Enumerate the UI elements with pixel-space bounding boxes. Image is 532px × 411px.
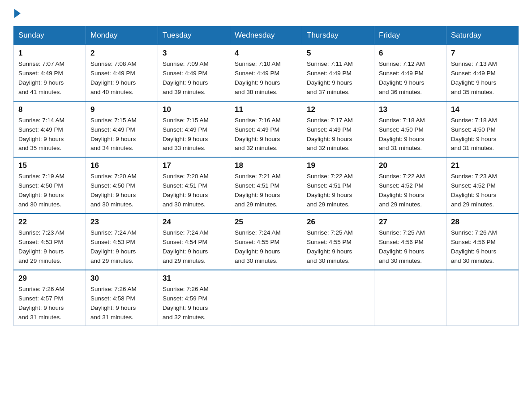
day-number: 12: [307, 105, 369, 114]
calendar-cell: 26Sunrise: 7:25 AMSunset: 4:55 PMDayligh…: [302, 214, 374, 270]
day-info: Sunrise: 7:14 AMSunset: 4:49 PMDaylight:…: [18, 116, 81, 154]
calendar-cell: 23Sunrise: 7:24 AMSunset: 4:53 PMDayligh…: [86, 214, 158, 270]
day-number: 21: [451, 161, 514, 170]
day-info: Sunrise: 7:20 AMSunset: 4:51 PMDaylight:…: [163, 172, 225, 210]
day-info: Sunrise: 7:18 AMSunset: 4:50 PMDaylight:…: [451, 116, 514, 154]
day-header-wednesday: Wednesday: [230, 26, 302, 45]
calendar-table: SundayMondayTuesdayWednesdayThursdayFrid…: [13, 26, 519, 326]
day-header-friday: Friday: [374, 26, 446, 45]
day-info: Sunrise: 7:26 AMSunset: 4:57 PMDaylight:…: [18, 285, 81, 322]
day-number: 19: [307, 161, 369, 170]
calendar-cell: 17Sunrise: 7:20 AMSunset: 4:51 PMDayligh…: [158, 157, 230, 214]
day-number: 3: [163, 49, 225, 58]
day-number: 16: [90, 161, 153, 170]
day-header-saturday: Saturday: [446, 26, 519, 45]
day-info: Sunrise: 7:24 AMSunset: 4:54 PMDaylight:…: [163, 228, 225, 266]
page-header: [13, 9, 519, 18]
calendar-cell: 15Sunrise: 7:19 AMSunset: 4:50 PMDayligh…: [14, 157, 86, 214]
day-number: 18: [235, 161, 297, 170]
calendar-cell: 21Sunrise: 7:23 AMSunset: 4:52 PMDayligh…: [446, 157, 519, 214]
day-info: Sunrise: 7:16 AMSunset: 4:49 PMDaylight:…: [235, 116, 297, 154]
day-header-tuesday: Tuesday: [158, 26, 230, 45]
calendar-header-row: SundayMondayTuesdayWednesdayThursdayFrid…: [14, 26, 519, 45]
calendar-cell: 7Sunrise: 7:13 AMSunset: 4:49 PMDaylight…: [446, 45, 519, 101]
calendar-cell: 3Sunrise: 7:09 AMSunset: 4:49 PMDaylight…: [158, 45, 230, 101]
day-number: 5: [307, 49, 369, 58]
calendar-cell: 12Sunrise: 7:17 AMSunset: 4:49 PMDayligh…: [302, 101, 374, 158]
day-info: Sunrise: 7:22 AMSunset: 4:52 PMDaylight:…: [379, 172, 442, 210]
day-number: 15: [18, 161, 81, 170]
day-number: 24: [163, 218, 225, 227]
day-info: Sunrise: 7:25 AMSunset: 4:55 PMDaylight:…: [307, 228, 369, 266]
calendar-week-row: 8Sunrise: 7:14 AMSunset: 4:49 PMDaylight…: [14, 101, 519, 158]
calendar-cell: 18Sunrise: 7:21 AMSunset: 4:51 PMDayligh…: [230, 157, 302, 214]
day-number: 31: [163, 274, 225, 283]
day-info: Sunrise: 7:15 AMSunset: 4:49 PMDaylight:…: [90, 116, 153, 154]
day-info: Sunrise: 7:11 AMSunset: 4:49 PMDaylight:…: [307, 60, 369, 97]
day-info: Sunrise: 7:07 AMSunset: 4:49 PMDaylight:…: [18, 60, 81, 97]
day-number: 22: [18, 218, 81, 227]
day-number: 20: [379, 161, 442, 170]
calendar-cell: 16Sunrise: 7:20 AMSunset: 4:50 PMDayligh…: [86, 157, 158, 214]
day-info: Sunrise: 7:12 AMSunset: 4:49 PMDaylight:…: [379, 60, 442, 97]
day-number: 4: [235, 49, 297, 58]
day-number: 29: [18, 274, 81, 283]
calendar-cell: 24Sunrise: 7:24 AMSunset: 4:54 PMDayligh…: [158, 214, 230, 270]
day-info: Sunrise: 7:26 AMSunset: 4:56 PMDaylight:…: [451, 228, 514, 266]
calendar-week-row: 29Sunrise: 7:26 AMSunset: 4:57 PMDayligh…: [14, 270, 519, 326]
day-info: Sunrise: 7:19 AMSunset: 4:50 PMDaylight:…: [18, 172, 81, 210]
day-number: 26: [307, 218, 369, 227]
calendar-cell: 1Sunrise: 7:07 AMSunset: 4:49 PMDaylight…: [14, 45, 86, 101]
calendar-cell: 6Sunrise: 7:12 AMSunset: 4:49 PMDaylight…: [374, 45, 446, 101]
calendar-cell: 20Sunrise: 7:22 AMSunset: 4:52 PMDayligh…: [374, 157, 446, 214]
logo-arrow-icon: [14, 9, 21, 18]
calendar-cell: [302, 270, 374, 326]
day-number: 8: [18, 105, 81, 114]
calendar-week-row: 1Sunrise: 7:07 AMSunset: 4:49 PMDaylight…: [14, 45, 519, 101]
day-info: Sunrise: 7:17 AMSunset: 4:49 PMDaylight:…: [307, 116, 369, 154]
day-number: 7: [451, 49, 514, 58]
calendar-cell: 8Sunrise: 7:14 AMSunset: 4:49 PMDaylight…: [14, 101, 86, 158]
day-info: Sunrise: 7:10 AMSunset: 4:49 PMDaylight:…: [235, 60, 297, 97]
day-number: 25: [235, 218, 297, 227]
calendar-cell: 11Sunrise: 7:16 AMSunset: 4:49 PMDayligh…: [230, 101, 302, 158]
calendar-cell: 19Sunrise: 7:22 AMSunset: 4:51 PMDayligh…: [302, 157, 374, 214]
calendar-cell: [374, 270, 446, 326]
day-info: Sunrise: 7:23 AMSunset: 4:53 PMDaylight:…: [18, 228, 81, 266]
day-info: Sunrise: 7:09 AMSunset: 4:49 PMDaylight:…: [163, 60, 225, 97]
calendar-week-row: 15Sunrise: 7:19 AMSunset: 4:50 PMDayligh…: [14, 157, 519, 214]
calendar-week-row: 22Sunrise: 7:23 AMSunset: 4:53 PMDayligh…: [14, 214, 519, 270]
day-number: 14: [451, 105, 514, 114]
day-info: Sunrise: 7:20 AMSunset: 4:50 PMDaylight:…: [90, 172, 153, 210]
calendar-cell: 29Sunrise: 7:26 AMSunset: 4:57 PMDayligh…: [14, 270, 86, 326]
day-number: 6: [379, 49, 442, 58]
day-info: Sunrise: 7:24 AMSunset: 4:53 PMDaylight:…: [90, 228, 153, 266]
calendar-cell: 22Sunrise: 7:23 AMSunset: 4:53 PMDayligh…: [14, 214, 86, 270]
day-info: Sunrise: 7:25 AMSunset: 4:56 PMDaylight:…: [379, 228, 442, 266]
calendar-cell: 25Sunrise: 7:24 AMSunset: 4:55 PMDayligh…: [230, 214, 302, 270]
calendar-cell: 9Sunrise: 7:15 AMSunset: 4:49 PMDaylight…: [86, 101, 158, 158]
calendar-cell: 2Sunrise: 7:08 AMSunset: 4:49 PMDaylight…: [86, 45, 158, 101]
day-info: Sunrise: 7:13 AMSunset: 4:49 PMDaylight:…: [451, 60, 514, 97]
day-number: 10: [163, 105, 225, 114]
calendar-cell: 14Sunrise: 7:18 AMSunset: 4:50 PMDayligh…: [446, 101, 519, 158]
day-number: 11: [235, 105, 297, 114]
day-info: Sunrise: 7:22 AMSunset: 4:51 PMDaylight:…: [307, 172, 369, 210]
calendar-cell: 4Sunrise: 7:10 AMSunset: 4:49 PMDaylight…: [230, 45, 302, 101]
logo: [13, 9, 21, 18]
calendar-cell: 5Sunrise: 7:11 AMSunset: 4:49 PMDaylight…: [302, 45, 374, 101]
day-info: Sunrise: 7:26 AMSunset: 4:59 PMDaylight:…: [163, 285, 225, 322]
day-header-sunday: Sunday: [14, 26, 86, 45]
day-info: Sunrise: 7:18 AMSunset: 4:50 PMDaylight:…: [379, 116, 442, 154]
day-info: Sunrise: 7:26 AMSunset: 4:58 PMDaylight:…: [90, 285, 153, 322]
calendar-cell: [446, 270, 519, 326]
day-info: Sunrise: 7:08 AMSunset: 4:49 PMDaylight:…: [90, 60, 153, 97]
day-number: 1: [18, 49, 81, 58]
day-number: 30: [90, 274, 153, 283]
calendar-cell: 13Sunrise: 7:18 AMSunset: 4:50 PMDayligh…: [374, 101, 446, 158]
day-number: 17: [163, 161, 225, 170]
calendar-cell: 31Sunrise: 7:26 AMSunset: 4:59 PMDayligh…: [158, 270, 230, 326]
calendar-cell: 28Sunrise: 7:26 AMSunset: 4:56 PMDayligh…: [446, 214, 519, 270]
day-info: Sunrise: 7:15 AMSunset: 4:49 PMDaylight:…: [163, 116, 225, 154]
day-info: Sunrise: 7:24 AMSunset: 4:55 PMDaylight:…: [235, 228, 297, 266]
